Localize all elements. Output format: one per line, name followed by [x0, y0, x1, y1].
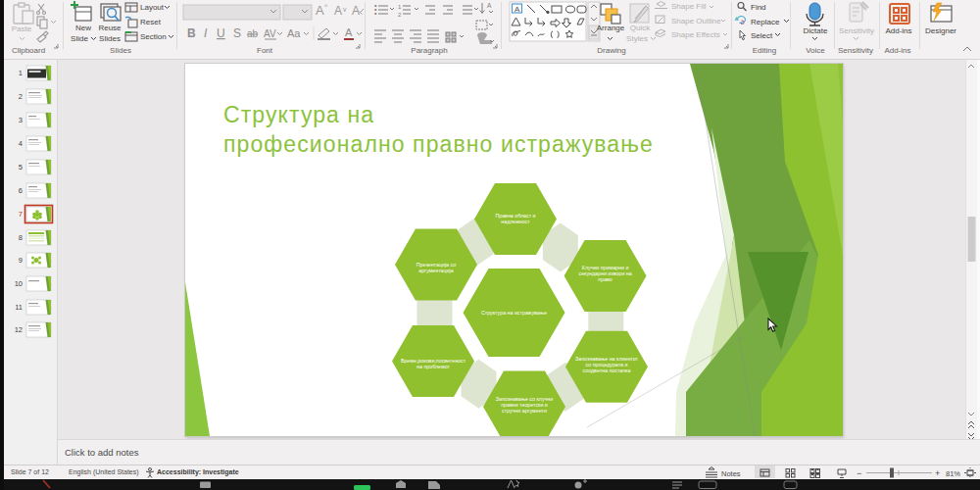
svg-text:Arrange: Arrange — [597, 24, 625, 32]
svg-text:1: 1 — [398, 4, 402, 10]
svg-text:Replace: Replace — [751, 18, 780, 26]
svg-text:Quick: Quick — [630, 24, 651, 32]
svg-text:Структура на: Структура на — [223, 102, 374, 127]
svg-text:v: v — [343, 6, 347, 13]
svg-text:AV: AV — [264, 28, 276, 39]
svg-text:Shape Effects: Shape Effects — [671, 30, 720, 39]
svg-text:Структура на истражување: Структура на истражување — [481, 310, 547, 316]
svg-text:A: A — [352, 4, 360, 18]
svg-text:A: A — [345, 26, 353, 38]
svg-text:Sensitivity: Sensitivity — [839, 26, 874, 35]
svg-text:Slide: Slide — [71, 34, 88, 43]
svg-text:I: I — [204, 26, 208, 40]
svg-text:Презентација соаргументација: Презентација соаргументација — [416, 262, 456, 273]
svg-text:•: • — [374, 10, 377, 17]
svg-text:Правна област инадлежност: Правна област инадлежност — [495, 213, 535, 224]
svg-text:+: + — [935, 468, 940, 478]
svg-text:Find: Find — [751, 3, 766, 12]
svg-text:ab: ab — [247, 28, 259, 39]
svg-text:b: b — [741, 19, 745, 25]
svg-text:Dictate: Dictate — [804, 26, 828, 35]
svg-text:Add-ins: Add-ins — [885, 26, 911, 35]
svg-text:Запознавање со клучниправни те: Запознавање со клучниправни теоретски ис… — [496, 396, 554, 414]
svg-text:^: ^ — [324, 3, 328, 10]
svg-text:A: A — [316, 3, 324, 18]
svg-text:професионално правно истражува: професионално правно истражување — [223, 131, 654, 157]
svg-text:81%: 81% — [946, 469, 960, 478]
svg-text:B: B — [187, 26, 196, 40]
svg-text:2: 2 — [398, 12, 402, 18]
svg-text:Section: Section — [140, 32, 167, 41]
svg-text:Shape Fill: Shape Fill — [671, 2, 707, 11]
svg-text:Paste: Paste — [12, 24, 32, 33]
svg-text:Reset: Reset — [140, 18, 162, 26]
svg-text:Layout: Layout — [140, 3, 165, 12]
svg-text:Designer: Designer — [925, 26, 956, 35]
svg-text:A: A — [514, 5, 520, 14]
svg-text:Reuse: Reuse — [98, 24, 122, 32]
svg-text:A: A — [334, 4, 342, 18]
svg-text:Select: Select — [751, 31, 773, 40]
svg-text:Shape Outline: Shape Outline — [671, 17, 721, 25]
svg-text:Aa: Aa — [287, 27, 301, 39]
svg-text:U: U — [217, 26, 225, 40]
svg-text:Slides: Slides — [99, 34, 121, 43]
svg-text:Styles: Styles — [626, 34, 648, 43]
svg-text:A: A — [487, 2, 492, 9]
svg-text:S: S — [233, 26, 241, 40]
svg-text:New: New — [75, 24, 91, 32]
svg-text:−: − — [857, 468, 861, 478]
